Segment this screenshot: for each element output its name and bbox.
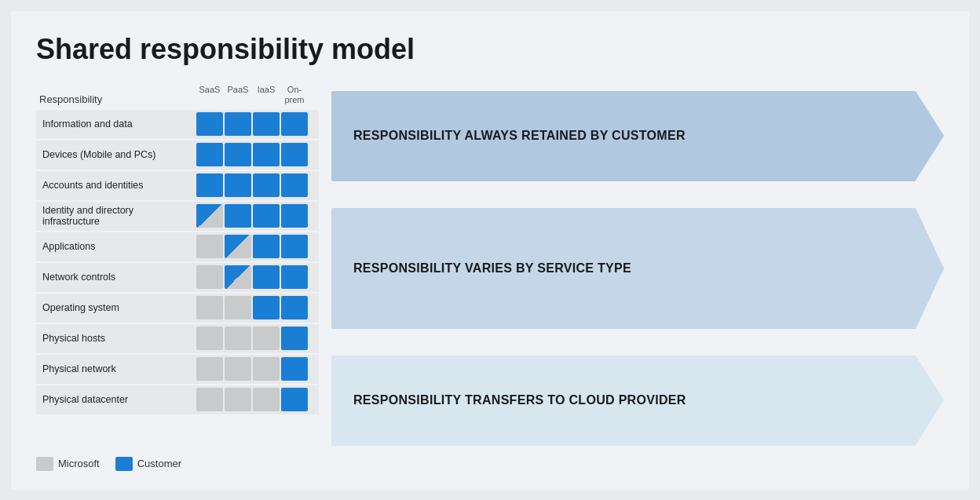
cell (225, 173, 251, 197)
table-row: Operating system (36, 294, 319, 323)
table-row: Physical hosts (36, 324, 319, 353)
cell (196, 388, 223, 411)
cell (281, 173, 308, 197)
col-header-saas: SaaS (196, 85, 223, 105)
cell (196, 296, 223, 319)
table-row: Physical datacenter (36, 385, 319, 414)
table-row: Devices (Mobile and PCs) (36, 141, 319, 170)
arrow-body: RESPONSIBILITY ALWAYS RETAINED BY CUSTOM… (331, 91, 916, 181)
cell (225, 296, 251, 319)
row-cells (196, 204, 308, 228)
row-label: Physical hosts (36, 333, 193, 344)
cell (281, 388, 308, 411)
arrow-shape: RESPONSIBILITY ALWAYS RETAINED BY CUSTOM… (331, 91, 944, 181)
row-label: Physical network (36, 363, 193, 374)
row-label: Information and data (36, 119, 193, 130)
col-header-onprem: On-prem (281, 85, 308, 105)
cell (281, 235, 308, 258)
legend-swatch-microsoft (36, 457, 53, 471)
row-cells (196, 296, 308, 319)
row-label: Network controls (36, 272, 193, 283)
cell (196, 357, 223, 381)
col-headers: SaaS PaaS IaaS On-prem (196, 85, 308, 105)
header-label: Responsibility (36, 93, 193, 105)
arrow-wrapper: RESPONSIBILITY ALWAYS RETAINED BY CUSTOM… (331, 91, 944, 181)
cell (281, 112, 308, 136)
row-label: Identity and directory infrastructure (36, 205, 193, 227)
cell (196, 265, 223, 289)
cell (196, 143, 223, 166)
row-cells (196, 327, 308, 350)
arrow-head (916, 356, 944, 445)
cell (196, 327, 223, 350)
arrow-shape: RESPONSIBILITY TRANSFERS TO CLOUD PROVID… (331, 356, 944, 446)
cell (253, 112, 280, 136)
cell (225, 143, 251, 166)
arrow-wrapper: RESPONSIBILITY VARIES BY SERVICE TYPE (331, 208, 944, 329)
table-row: Information and data (36, 110, 319, 139)
table-row: Network controls (36, 263, 319, 292)
table-row: Applications (36, 232, 319, 261)
cell (253, 265, 280, 289)
table-row: Accounts and identities (36, 171, 319, 200)
cell (225, 327, 251, 350)
legend-label-customer: Customer (137, 458, 181, 469)
row-cells (196, 388, 308, 411)
row-label: Operating system (36, 302, 193, 313)
legend-customer: Customer (115, 457, 181, 471)
cell (253, 235, 280, 258)
cell (253, 388, 280, 411)
cell (253, 327, 280, 350)
cell (281, 204, 308, 228)
main-content: Responsibility SaaS PaaS IaaS On-prem In… (36, 85, 944, 446)
arrow-body: RESPONSIBILITY VARIES BY SERVICE TYPE (331, 208, 916, 329)
cell (253, 357, 280, 381)
cell (253, 204, 280, 228)
row-cells (196, 143, 308, 166)
cell (225, 388, 251, 411)
cell (281, 143, 308, 166)
cell (281, 357, 308, 381)
cell (225, 204, 251, 228)
cell (281, 265, 308, 289)
cell (281, 296, 308, 319)
table-row: Identity and directory infrastructure (36, 202, 319, 231)
arrow-body: RESPONSIBILITY TRANSFERS TO CLOUD PROVID… (331, 356, 916, 446)
cell (196, 235, 223, 258)
col-header-paas: PaaS (225, 85, 251, 105)
row-cells (196, 235, 308, 258)
arrow-text: RESPONSIBILITY VARIES BY SERVICE TYPE (353, 261, 631, 276)
row-cells (196, 265, 308, 289)
arrow-text: RESPONSIBILITY ALWAYS RETAINED BY CUSTOM… (353, 129, 686, 143)
legend-swatch-customer (115, 457, 133, 471)
row-label: Accounts and identities (36, 180, 193, 191)
cell (281, 327, 308, 350)
table-rows: Information and dataDevices (Mobile and … (36, 110, 319, 414)
arrow-text: RESPONSIBILITY TRANSFERS TO CLOUD PROVID… (353, 393, 686, 407)
table-section: Responsibility SaaS PaaS IaaS On-prem In… (36, 85, 319, 446)
legend-microsoft: Microsoft (36, 457, 100, 471)
arrow-head (916, 208, 944, 329)
arrow-head (916, 91, 944, 181)
table-row: Physical network (36, 355, 319, 384)
cell (253, 296, 280, 319)
table-header: Responsibility SaaS PaaS IaaS On-prem (36, 85, 319, 108)
slide-title: Shared responsibility model (36, 33, 944, 66)
cell (196, 204, 223, 228)
row-cells (196, 112, 308, 136)
cell (225, 235, 251, 258)
slide: Shared responsibility model Responsibili… (11, 11, 969, 490)
col-header-iaas: IaaS (253, 85, 280, 105)
cell (225, 357, 251, 381)
cell (253, 173, 280, 197)
row-cells (196, 357, 308, 381)
cell (196, 112, 223, 136)
row-cells (196, 173, 308, 197)
cell (225, 112, 251, 136)
cell (225, 265, 251, 289)
cell (253, 143, 280, 166)
legend-label-microsoft: Microsoft (58, 458, 100, 469)
arrow-shape: RESPONSIBILITY VARIES BY SERVICE TYPE (331, 208, 944, 329)
legend: Microsoft Customer (36, 457, 944, 471)
row-label: Physical datacenter (36, 394, 193, 405)
